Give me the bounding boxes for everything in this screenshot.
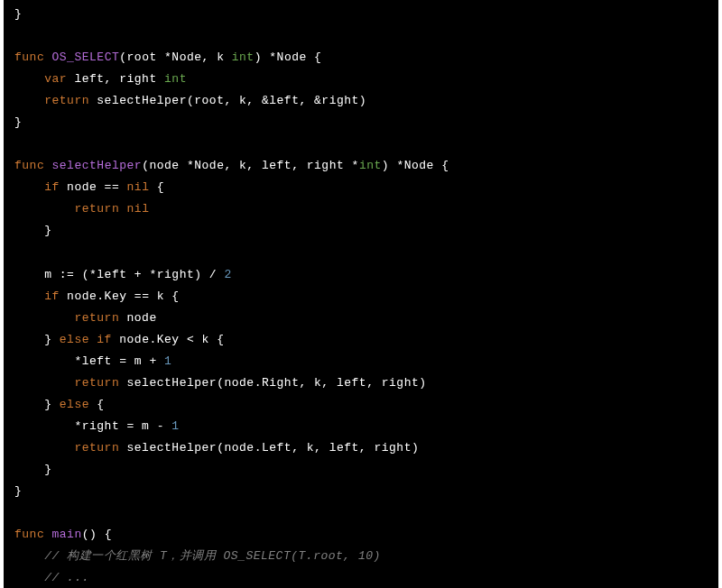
code-text: selectHelper(node.Left, k, left, right) [119,441,419,455]
code-text: ) *Node { [382,159,449,172]
code-text: { [149,180,164,194]
code-text: *left = m + [14,354,164,368]
comment-line: // 构建一个红黑树 T，并调用 OS_SELECT(T.root, 10) [14,549,381,563]
code-text: ) *Node { [255,51,322,64]
func-name: selectHelper [44,159,142,172]
code-text: node [119,311,157,325]
code-block: } func OS_SELECT(root *Node, k int) *Nod… [4,0,718,588]
keyword-var: var [14,72,67,86]
code-line: } [14,463,52,476]
type-int: int [164,72,187,86]
code-text: (node *Node, k, left, right * [142,159,359,172]
code-text: () { [82,528,112,541]
code-text: left, right [67,72,164,86]
func-name: OS_SELECT [44,51,119,64]
code-text: node == [60,180,127,194]
keyword-func: func [14,159,44,172]
keyword-func: func [14,528,44,541]
code-text: { [89,398,105,411]
code-text: m := (*left + *right) / [14,268,224,281]
type-int: int [232,51,255,64]
code-text: selectHelper(node.Right, k, left, right) [119,376,426,390]
code-text: node.Key < k { [112,333,225,346]
type-int: int [359,159,382,172]
nil-literal: nil [127,202,150,216]
code-text: (root *Node, k [119,51,232,64]
func-name: main [44,528,82,541]
code-text: node.Key == k { [60,289,180,303]
keyword-if: if [14,180,60,194]
keyword-else: else [60,398,89,411]
number-literal: 2 [224,268,231,281]
keyword-else-if: else if [60,333,112,346]
keyword-return: return [14,441,119,455]
keyword-func: func [14,51,44,64]
nil-literal: nil [127,180,150,194]
code-line: } [14,224,52,237]
keyword-if: if [14,289,60,303]
code-text: selectHelper(root, k, &left, &right) [89,94,366,107]
code-text: } [14,333,60,346]
keyword-return: return [14,376,119,390]
code-text: } [14,398,60,411]
keyword-return: return [14,202,127,216]
code-line: } [14,7,22,21]
keyword-return: return [14,94,89,107]
keyword-return: return [14,311,119,325]
number-literal: 1 [164,354,171,368]
comment-line: // ... [14,571,89,584]
code-line: } [14,115,22,129]
number-literal: 1 [171,419,179,433]
code-text: *right = m - [14,419,171,433]
code-line: } [14,484,22,498]
